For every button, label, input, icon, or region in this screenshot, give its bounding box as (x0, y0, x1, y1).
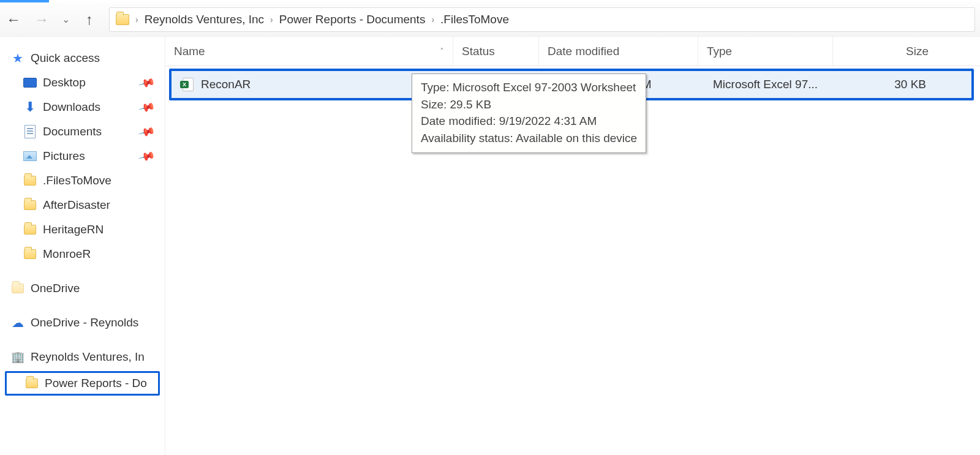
address-bar: ← → ⌄ ↑ › Reynolds Ventures, Inc › Power… (0, 2, 980, 37)
tooltip-line: Size: 29.5 KB (421, 96, 637, 113)
folder-icon (23, 247, 37, 261)
breadcrumb-segment-0[interactable]: Reynolds Ventures, Inc (145, 13, 264, 26)
breadcrumb-segment-2[interactable]: .FilesToMove (440, 13, 509, 26)
sidebar-item-label: Power Reports - Do (45, 377, 147, 390)
cloud-icon: ☁ (11, 316, 24, 329)
column-label: Size (906, 45, 929, 58)
sidebar-item-label: HeritageRN (43, 223, 104, 236)
chevron-right-icon: › (135, 15, 138, 24)
sidebar-item-pictures[interactable]: Pictures 📌 (5, 146, 160, 167)
tooltip-line: Date modified: 9/19/2022 4:31 AM (421, 113, 637, 130)
file-tooltip: Type: Microsoft Excel 97-2003 Worksheet … (412, 73, 646, 153)
sidebar-item-heritagern[interactable]: HeritageRN (5, 219, 160, 240)
folder-icon (23, 198, 37, 212)
column-headers: Name ˄ Status Date modified Type Size (165, 37, 980, 66)
folder-icon (25, 377, 39, 390)
pin-icon: 📌 (138, 73, 156, 92)
download-icon: ⬇ (23, 100, 37, 114)
star-icon: ★ (11, 51, 24, 65)
breadcrumb[interactable]: › Reynolds Ventures, Inc › Power Reports… (109, 7, 975, 32)
building-icon: 🏢 (11, 350, 24, 364)
sidebar-item-desktop[interactable]: Desktop 📌 (5, 72, 160, 93)
explorer-body: ★ Quick access Desktop 📌 ⬇ Downloads 📌 D… (0, 37, 980, 455)
sidebar-quick-access[interactable]: ★ Quick access (5, 48, 160, 69)
sidebar-org[interactable]: 🏢 Reynolds Ventures, In (5, 347, 160, 367)
sidebar-org-power-reports[interactable]: Power Reports - Do (5, 371, 160, 396)
column-label: Status (462, 45, 495, 58)
file-list-pane: Name ˄ Status Date modified Type Size (165, 37, 980, 455)
column-header-date[interactable]: Date modified (539, 37, 698, 66)
back-button[interactable]: ← (5, 11, 22, 28)
file-name: ReconAR (201, 78, 251, 91)
sidebar-item-label: Reynolds Ventures, In (31, 350, 145, 364)
sidebar-item-monroer[interactable]: MonroeR (5, 244, 160, 265)
pin-icon: 📌 (138, 98, 156, 116)
tooltip-line: Availability status: Available on this d… (421, 130, 637, 147)
chevron-right-icon: › (431, 15, 434, 24)
pictures-icon (23, 149, 37, 163)
sort-asc-icon: ˄ (440, 47, 444, 56)
forward-button[interactable]: → (33, 11, 50, 28)
cell-type: Microsoft Excel 97... (704, 78, 839, 91)
arrow-up-icon: ↑ (86, 12, 93, 27)
sidebar-onedrive[interactable]: OneDrive (5, 278, 160, 299)
pin-icon: 📌 (138, 122, 156, 141)
sidebar-item-downloads[interactable]: ⬇ Downloads 📌 (5, 97, 160, 118)
sidebar-item-label: OneDrive - Reynolds (31, 316, 138, 329)
folder-icon (11, 282, 24, 295)
folder-icon (23, 174, 37, 187)
sidebar-item-afterdisaster[interactable]: AfterDisaster (5, 195, 160, 216)
column-header-size[interactable]: Size (833, 37, 943, 66)
excel-file-icon: X (180, 78, 194, 91)
folder-icon (116, 14, 129, 25)
sidebar-item-label: MonroeR (43, 247, 91, 261)
tooltip-line: Type: Microsoft Excel 97-2003 Worksheet (421, 79, 637, 96)
chevron-down-icon: ⌄ (62, 13, 70, 25)
arrow-right-icon: → (34, 12, 49, 27)
pin-icon: 📌 (138, 147, 156, 165)
recent-locations-button[interactable]: ⌄ (61, 13, 70, 25)
file-explorer-window: ← → ⌄ ↑ › Reynolds Ventures, Inc › Power… (0, 0, 980, 455)
column-label: Date modified (548, 45, 619, 58)
sidebar-item-label: Pictures (43, 149, 85, 163)
document-icon (23, 125, 37, 138)
column-header-type[interactable]: Type (698, 37, 833, 66)
sidebar-onedrive-work[interactable]: ☁ OneDrive - Reynolds (5, 312, 160, 333)
folder-icon (23, 223, 37, 236)
sidebar-item-documents[interactable]: Documents 📌 (5, 121, 160, 142)
sidebar-item-label: Desktop (43, 76, 86, 89)
desktop-icon (23, 76, 37, 89)
column-header-name[interactable]: Name ˄ (165, 37, 453, 66)
navigation-pane: ★ Quick access Desktop 📌 ⬇ Downloads 📌 D… (0, 37, 165, 455)
arrow-left-icon: ← (6, 12, 21, 27)
cell-size: 30 KB (839, 78, 941, 91)
column-label: Name (174, 45, 205, 58)
breadcrumb-root[interactable] (116, 14, 129, 25)
column-label: Type (707, 45, 732, 58)
column-header-status[interactable]: Status (453, 37, 539, 66)
sidebar-item-label: AfterDisaster (43, 198, 110, 212)
sidebar-item-label: OneDrive (31, 282, 80, 295)
chevron-right-icon: › (270, 15, 273, 24)
up-button[interactable]: ↑ (81, 11, 98, 28)
sidebar-item-filestomove[interactable]: .FilesToMove (5, 170, 160, 191)
sidebar-label: Quick access (31, 51, 100, 65)
breadcrumb-segment-1[interactable]: Power Reports - Documents (279, 13, 426, 26)
sidebar-item-label: Documents (43, 125, 102, 138)
sidebar-item-label: Downloads (43, 100, 100, 114)
sidebar-item-label: .FilesToMove (43, 174, 111, 187)
